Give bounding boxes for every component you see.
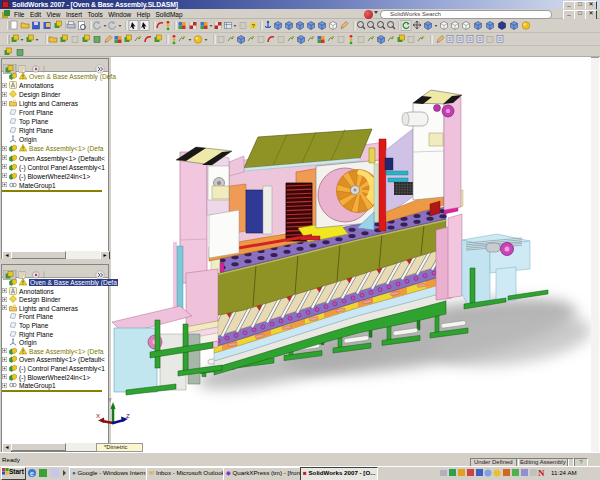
svg-text:Y: Y: [108, 397, 112, 403]
svg-text:e: e: [30, 470, 34, 477]
svg-text:Z: Z: [126, 413, 130, 419]
svg-text:N: N: [538, 468, 545, 478]
svg-text:X: X: [96, 413, 100, 419]
